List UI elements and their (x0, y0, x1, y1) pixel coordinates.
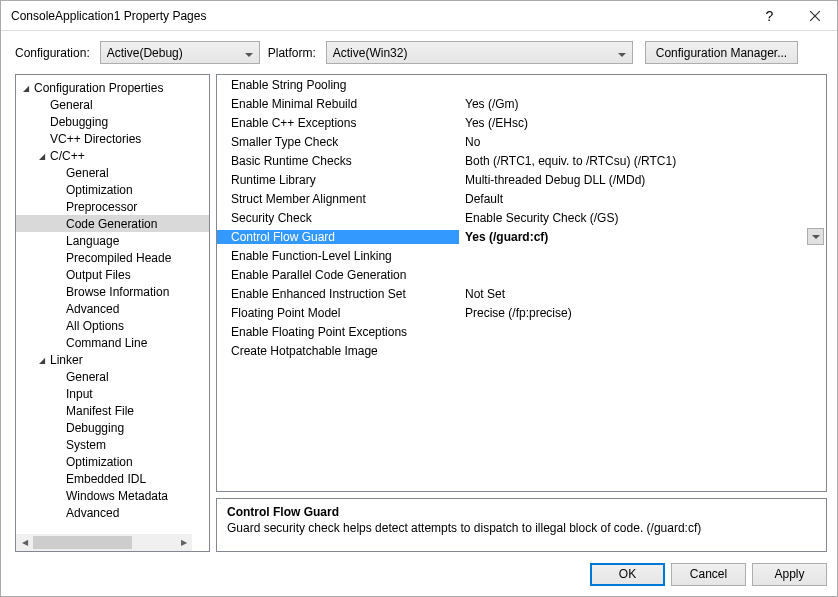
collapse-icon[interactable] (36, 151, 48, 161)
property-value-text: Default (465, 192, 503, 206)
property-grid: Enable String PoolingEnable Minimal Rebu… (216, 74, 827, 492)
property-row[interactable]: Enable C++ ExceptionsYes (/EHsc) (217, 113, 826, 132)
tree-item-label: Windows Metadata (66, 489, 168, 503)
close-button[interactable] (792, 1, 837, 31)
property-value[interactable]: Yes (/EHsc) (459, 116, 826, 130)
property-name: Basic Runtime Checks (217, 154, 459, 168)
property-value-text: Both (/RTC1, equiv. to /RTCsu) (/RTC1) (465, 154, 676, 168)
property-value-text: Yes (/Gm) (465, 97, 519, 111)
property-value[interactable]: Default (459, 192, 826, 206)
tree-item[interactable]: Configuration Properties (16, 79, 209, 96)
property-row[interactable]: Enable Minimal RebuildYes (/Gm) (217, 94, 826, 113)
tree-item-label: Code Generation (66, 217, 157, 231)
property-value[interactable]: Both (/RTC1, equiv. to /RTCsu) (/RTC1) (459, 154, 826, 168)
property-value[interactable]: Multi-threaded Debug DLL (/MDd) (459, 173, 826, 187)
tree-item[interactable]: General (16, 164, 209, 181)
tree-item-label: General (66, 166, 109, 180)
tree-item[interactable]: Linker (16, 351, 209, 368)
tree-hscrollbar[interactable]: ◀ ▶ (16, 534, 192, 551)
tree-item-label: Debugging (66, 421, 124, 435)
configuration-value: Active(Debug) (107, 46, 183, 60)
property-name: Enable Parallel Code Generation (217, 268, 459, 282)
property-row[interactable]: Floating Point ModelPrecise (/fp:precise… (217, 303, 826, 322)
tree-item[interactable]: System (16, 436, 209, 453)
dropdown-button[interactable] (807, 228, 824, 245)
property-value[interactable]: Yes (/guard:cf) (459, 228, 826, 245)
property-value[interactable]: Precise (/fp:precise) (459, 306, 826, 320)
tree-item-label: Input (66, 387, 93, 401)
property-value-text: Precise (/fp:precise) (465, 306, 572, 320)
property-row[interactable]: Control Flow GuardYes (/guard:cf) (217, 227, 826, 246)
tree-item[interactable]: Browse Information (16, 283, 209, 300)
platform-combo[interactable]: Active(Win32) (326, 41, 633, 64)
property-value-text: Not Set (465, 287, 505, 301)
tree-item[interactable]: Input (16, 385, 209, 402)
property-row[interactable]: Runtime LibraryMulti-threaded Debug DLL … (217, 170, 826, 189)
tree-item-label: Configuration Properties (34, 81, 163, 95)
tree-item-label: C/C++ (50, 149, 85, 163)
property-row[interactable]: Enable Parallel Code Generation (217, 265, 826, 284)
property-value[interactable]: Enable Security Check (/GS) (459, 211, 826, 225)
tree-item[interactable]: General (16, 96, 209, 113)
scroll-thumb[interactable] (33, 536, 132, 549)
help-button[interactable]: ? (747, 1, 792, 31)
property-row[interactable]: Enable Enhanced Instruction SetNot Set (217, 284, 826, 303)
tree-item[interactable]: Language (16, 232, 209, 249)
scroll-left-icon[interactable]: ◀ (16, 534, 33, 551)
property-name: Struct Member Alignment (217, 192, 459, 206)
right-panel: Enable String PoolingEnable Minimal Rebu… (216, 74, 827, 552)
tree-item[interactable]: Debugging (16, 113, 209, 130)
tree-item[interactable]: Manifest File (16, 402, 209, 419)
config-row: Configuration: Active(Debug) Platform: A… (1, 31, 837, 74)
property-value[interactable]: Not Set (459, 287, 826, 301)
property-row[interactable]: Enable String Pooling (217, 75, 826, 94)
description-title: Control Flow Guard (227, 505, 816, 519)
property-value-text: Multi-threaded Debug DLL (/MDd) (465, 173, 645, 187)
property-row[interactable]: Smaller Type CheckNo (217, 132, 826, 151)
tree-item[interactable]: Windows Metadata (16, 487, 209, 504)
cancel-button[interactable]: Cancel (671, 563, 746, 586)
property-row[interactable]: Basic Runtime ChecksBoth (/RTC1, equiv. … (217, 151, 826, 170)
apply-button[interactable]: Apply (752, 563, 827, 586)
property-value[interactable]: No (459, 135, 826, 149)
tree-item[interactable]: C/C++ (16, 147, 209, 164)
tree[interactable]: Configuration PropertiesGeneralDebugging… (16, 75, 209, 534)
footer: OK Cancel Apply (1, 552, 837, 596)
tree-item-label: Manifest File (66, 404, 134, 418)
tree-item[interactable]: Preprocessor (16, 198, 209, 215)
tree-item[interactable]: VC++ Directories (16, 130, 209, 147)
property-name: Enable Floating Point Exceptions (217, 325, 459, 339)
description-text: Guard security check helps detect attemp… (227, 521, 816, 535)
description-panel: Control Flow Guard Guard security check … (216, 498, 827, 552)
tree-item[interactable]: Optimization (16, 453, 209, 470)
configuration-combo[interactable]: Active(Debug) (100, 41, 260, 64)
property-name: Enable String Pooling (217, 78, 459, 92)
property-row[interactable]: Security CheckEnable Security Check (/GS… (217, 208, 826, 227)
tree-item[interactable]: Precompiled Heade (16, 249, 209, 266)
tree-item[interactable]: Advanced (16, 300, 209, 317)
tree-item[interactable]: Command Line (16, 334, 209, 351)
property-value[interactable]: Yes (/Gm) (459, 97, 826, 111)
tree-item[interactable]: Code Generation (16, 215, 209, 232)
tree-item-label: Advanced (66, 302, 119, 316)
tree-item[interactable]: Output Files (16, 266, 209, 283)
configuration-manager-button[interactable]: Configuration Manager... (645, 41, 798, 64)
property-row[interactable]: Enable Function-Level Linking (217, 246, 826, 265)
tree-item-label: All Options (66, 319, 124, 333)
scroll-track[interactable] (33, 534, 175, 551)
ok-button[interactable]: OK (590, 563, 665, 586)
property-row[interactable]: Struct Member AlignmentDefault (217, 189, 826, 208)
collapse-icon[interactable] (20, 83, 32, 93)
tree-item[interactable]: Optimization (16, 181, 209, 198)
tree-item[interactable]: Advanced (16, 504, 209, 521)
tree-item[interactable]: General (16, 368, 209, 385)
scroll-right-icon[interactable]: ▶ (175, 534, 192, 551)
property-row[interactable]: Create Hotpatchable Image (217, 341, 826, 360)
property-row[interactable]: Enable Floating Point Exceptions (217, 322, 826, 341)
tree-item[interactable]: Embedded IDL (16, 470, 209, 487)
tree-item-label: Output Files (66, 268, 131, 282)
tree-item[interactable]: Debugging (16, 419, 209, 436)
collapse-icon[interactable] (36, 355, 48, 365)
tree-item-label: Browse Information (66, 285, 169, 299)
tree-item[interactable]: All Options (16, 317, 209, 334)
